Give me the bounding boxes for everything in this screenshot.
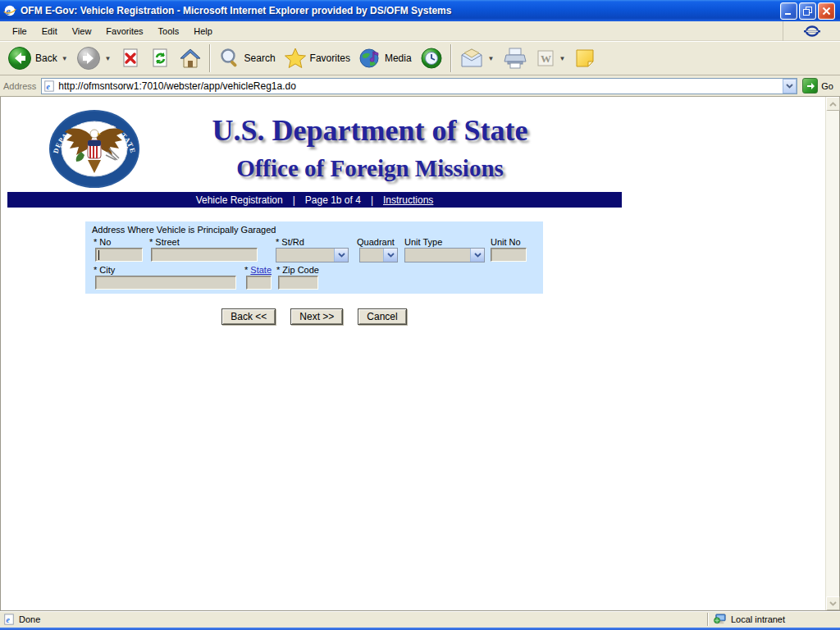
edit-with-word-button[interactable]: W ▼: [532, 43, 570, 74]
menu-view[interactable]: View: [65, 23, 99, 39]
window-controls: [780, 2, 835, 20]
unit-no-label: Unit No: [491, 237, 521, 247]
chevron-up-icon: [829, 102, 837, 107]
media-icon: [358, 47, 381, 70]
toolbar-separator: [450, 44, 452, 72]
favorites-button[interactable]: Favorites: [280, 43, 354, 74]
vertical-scrollbar[interactable]: [825, 97, 839, 610]
cancel-button[interactable]: Cancel: [358, 308, 406, 325]
discuss-button[interactable]: [569, 43, 600, 74]
state-link[interactable]: State: [250, 265, 272, 275]
refresh-button[interactable]: [145, 43, 175, 74]
minimize-icon: [784, 7, 793, 16]
mail-dropdown-icon[interactable]: ▼: [488, 55, 495, 62]
scroll-up-button[interactable]: [826, 97, 840, 111]
menu-file[interactable]: File: [5, 23, 34, 39]
stop-button[interactable]: [116, 43, 145, 74]
toolbar-separator: [209, 44, 211, 72]
zone-text: Local intranet: [731, 614, 785, 624]
title-bar[interactable]: e OFM E-Gov: Vehicle Registration - Micr…: [0, 0, 840, 21]
print-icon: [503, 47, 527, 70]
menu-help[interactable]: Help: [186, 23, 220, 39]
go-arrow-icon: [802, 78, 818, 94]
next-page-button[interactable]: Next >>: [290, 308, 343, 325]
unit-type-select[interactable]: [404, 248, 485, 262]
form-legend: Address Where Vehicle is Principally Gar…: [92, 225, 276, 235]
no-label: * No: [94, 237, 111, 247]
go-button[interactable]: Go: [802, 78, 837, 94]
forward-dropdown-icon[interactable]: ▼: [105, 55, 112, 62]
mail-icon: [459, 48, 484, 69]
search-icon: [218, 47, 241, 70]
minimize-button[interactable]: [780, 2, 797, 20]
quadrant-select[interactable]: [359, 248, 398, 262]
close-icon: [822, 7, 831, 16]
media-button[interactable]: Media: [354, 43, 416, 74]
zip-label: * Zip Code: [276, 265, 319, 275]
favorites-icon: [284, 47, 307, 70]
security-zone-pane: Local intranet: [714, 614, 837, 625]
svg-text:e: e: [7, 615, 11, 624]
address-label: Address: [3, 81, 36, 91]
instructions-link[interactable]: Instructions: [383, 194, 433, 206]
word-icon: W: [536, 48, 555, 68]
media-button-label: Media: [385, 52, 412, 64]
st-rd-label: * St/Rd: [276, 237, 304, 247]
status-text: Done: [19, 614, 40, 624]
back-button-label: Back: [35, 52, 57, 64]
restore-button[interactable]: [799, 2, 816, 20]
browser-viewport: DEPARTMENT OF STATE UNITED STATES OF AME…: [0, 97, 840, 610]
ie-logo-icon: e: [3, 4, 16, 17]
svg-text:e: e: [6, 5, 11, 17]
address-input[interactable]: e http://ofmsntsorw1:7010/webster/app/ve…: [41, 78, 797, 94]
chevron-down-icon[interactable]: [334, 249, 348, 262]
back-button[interactable]: Back ▼: [3, 43, 72, 74]
restore-icon: [803, 7, 812, 16]
svg-text:W: W: [541, 52, 551, 65]
quadrant-label: Quadrant: [357, 237, 395, 247]
text-caret: [98, 250, 99, 260]
back-page-button[interactable]: Back <<: [221, 308, 276, 325]
status-message-pane: e Done: [3, 614, 702, 625]
address-bar: Address e http://ofmsntsorw1:7010/webste…: [0, 75, 840, 97]
close-button[interactable]: [818, 2, 835, 20]
menu-tools[interactable]: Tools: [151, 23, 187, 39]
edit-dropdown-icon[interactable]: ▼: [559, 55, 566, 62]
forward-button[interactable]: ▼: [72, 43, 116, 74]
chevron-down-icon[interactable]: [470, 249, 484, 262]
st-rd-select[interactable]: [276, 248, 349, 262]
menu-edit[interactable]: Edit: [34, 23, 65, 39]
back-icon: [7, 46, 32, 71]
city-label: * City: [94, 265, 115, 275]
mail-button[interactable]: ▼: [455, 43, 499, 74]
history-icon: [420, 47, 443, 70]
back-dropdown-icon[interactable]: ▼: [62, 55, 68, 62]
search-button[interactable]: Search: [214, 43, 280, 74]
chevron-down-icon[interactable]: [383, 249, 397, 262]
forward-icon: [76, 46, 101, 71]
notes-icon: [573, 47, 596, 70]
no-input[interactable]: [95, 248, 143, 262]
state-input[interactable]: [246, 276, 272, 290]
menu-favorites[interactable]: Favorites: [98, 23, 150, 39]
garaged-address-form: Address Where Vehicle is Principally Gar…: [85, 221, 543, 294]
page-subtitle: Office of Foreign Missions: [148, 155, 591, 182]
brand-area: [783, 21, 840, 41]
scroll-down-button[interactable]: [826, 596, 840, 610]
zip-input[interactable]: [278, 276, 318, 290]
street-label: * Street: [149, 237, 180, 247]
chevron-down-icon: [829, 601, 837, 606]
print-button[interactable]: [499, 43, 532, 74]
form-button-row: Back << Next >> Cancel: [85, 308, 543, 325]
nav-section-label: Vehicle Registration: [196, 194, 283, 206]
street-input[interactable]: [151, 248, 258, 262]
refresh-icon: [149, 48, 171, 69]
home-button[interactable]: [175, 43, 206, 74]
svg-text:e: e: [47, 81, 51, 90]
address-dropdown-button[interactable]: [783, 79, 797, 94]
city-input[interactable]: [95, 276, 236, 290]
unit-no-input[interactable]: [491, 248, 527, 262]
chevron-down-icon: [786, 84, 793, 89]
history-button[interactable]: [416, 43, 447, 74]
window-title: OFM E-Gov: Vehicle Registration - Micros…: [21, 5, 780, 16]
